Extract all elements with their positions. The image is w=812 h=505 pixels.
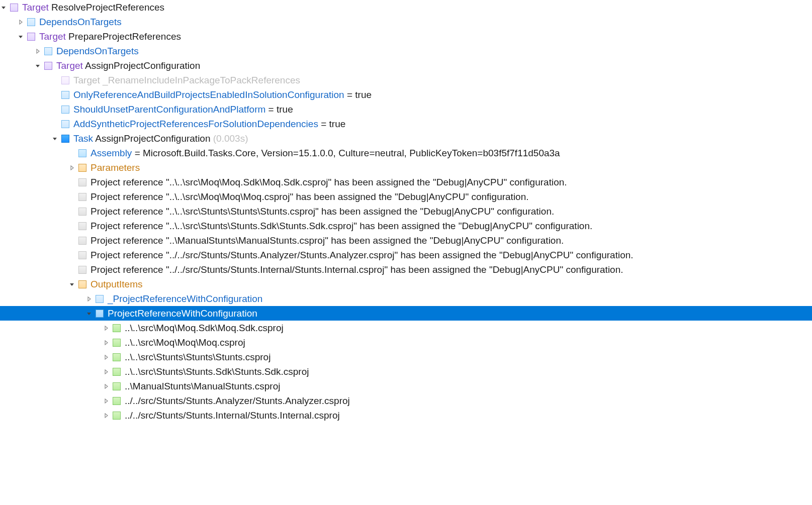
- tree-item-label: OnlyReferenceAndBuildProjectsEnabledInSo…: [73, 89, 372, 100]
- tree-item-label: Project reference "../../src/Stunts/Stun…: [91, 250, 634, 261]
- tree-item-label: ../../src/Stunts/Stunts.Internal/Stunts.…: [125, 410, 340, 421]
- tree-item-label: _ProjectReferenceWithConfiguration: [108, 293, 262, 305]
- expand-toggle[interactable]: [68, 164, 75, 171]
- message-icon: [78, 237, 86, 245]
- task-assembly[interactable]: Assembly = Microsoft.Build.Tasks.Core, V…: [0, 146, 812, 160]
- item-icon: [113, 324, 121, 332]
- tree-item-label: ..\ManualStunts\ManualStunts.csproj: [125, 381, 280, 392]
- item-group-icon: [96, 295, 104, 303]
- build-message[interactable]: Project reference "..\ManualStunts\Manua…: [0, 233, 812, 248]
- tree-item-label: Task AssignProjectConfiguration (0.003s): [73, 133, 248, 144]
- message-icon: [78, 222, 86, 230]
- target-prepare-project-references[interactable]: Target PrepareProjectReferences: [0, 29, 812, 44]
- expand-toggle[interactable]: [0, 4, 7, 11]
- task-assign-project-configuration[interactable]: Task AssignProjectConfiguration (0.003s): [0, 131, 812, 146]
- tree-item-label: Target PrepareProjectReferences: [39, 31, 181, 42]
- output-item[interactable]: ../../src/Stunts/Stunts.Internal/Stunts.…: [0, 408, 812, 423]
- target-icon: [10, 4, 18, 12]
- item-icon: [113, 353, 121, 361]
- target-icon: [27, 33, 35, 41]
- build-property[interactable]: OnlyReferenceAndBuildProjectsEnabledInSo…: [0, 87, 812, 102]
- tree-item-label: Project reference "..\..\src\Moq\Moq.Sdk…: [91, 177, 567, 188]
- build-message[interactable]: Project reference "..\..\src\Stunts\Stun…: [0, 219, 812, 233]
- output-item[interactable]: ../../src/Stunts/Stunts.Analyzer/Stunts.…: [0, 393, 812, 408]
- expand-toggle[interactable]: [103, 397, 110, 405]
- expand-toggle[interactable]: [34, 62, 41, 69]
- tree-item-label: ../../src/Stunts/Stunts.Analyzer/Stunts.…: [125, 395, 350, 407]
- tree-item-label: ShouldUnsetParentConfigurationAndPlatfor…: [73, 104, 293, 115]
- tree-item-label: Project reference "../../src/Stunts/Stun…: [91, 264, 623, 275]
- expand-toggle[interactable]: [17, 19, 24, 26]
- assembly-icon: [78, 149, 86, 157]
- expand-toggle[interactable]: [103, 325, 110, 332]
- build-message[interactable]: Project reference "../../src/Stunts/Stun…: [0, 262, 812, 277]
- depends-on-targets[interactable]: DependsOnTargets: [0, 44, 812, 58]
- item-icon: [113, 397, 121, 405]
- build-property[interactable]: AddSyntheticProjectReferencesForSolution…: [0, 117, 812, 131]
- expand-toggle[interactable]: [34, 48, 41, 55]
- output-item[interactable]: ..\..\src\Moq\Moq.Sdk\Moq.Sdk.csproj: [0, 321, 812, 335]
- message-icon: [78, 266, 86, 274]
- expand-toggle[interactable]: [85, 310, 93, 317]
- task-icon: [61, 135, 69, 143]
- output-item[interactable]: ..\..\src\Stunts\Stunts.Sdk\Stunts.Sdk.c…: [0, 364, 812, 379]
- task-parameters[interactable]: Parameters: [0, 160, 812, 175]
- output-item[interactable]: ..\ManualStunts\ManualStunts.csproj: [0, 379, 812, 393]
- message-icon: [78, 178, 86, 186]
- output-item-group-selected[interactable]: ProjectReferenceWithConfiguration: [0, 306, 812, 321]
- tree-item-label: Parameters: [91, 162, 140, 173]
- item-icon: [113, 382, 121, 390]
- output-item-group[interactable]: _ProjectReferenceWithConfiguration: [0, 291, 812, 306]
- expand-toggle[interactable]: [103, 368, 110, 375]
- expand-toggle[interactable]: [51, 135, 58, 142]
- property-icon: [61, 106, 69, 114]
- output-items-icon: [78, 280, 86, 288]
- parameters-icon: [78, 164, 86, 172]
- target-resolve-project-references[interactable]: Target ResolveProjectReferences: [0, 0, 812, 15]
- build-message[interactable]: Project reference "..\..\src\Stunts\Stun…: [0, 204, 812, 219]
- tree-item-label: ..\..\src\Stunts\Stunts\Stunts.csproj: [125, 352, 270, 363]
- tree-item-label: ..\..\src\Moq\Moq.Sdk\Moq.Sdk.csproj: [125, 323, 284, 334]
- message-icon: [78, 208, 86, 216]
- expand-toggle[interactable]: [103, 339, 110, 346]
- tree-item-label: Assembly = Microsoft.Build.Tasks.Core, V…: [91, 148, 560, 159]
- folder-icon: [27, 18, 35, 26]
- expand-toggle[interactable]: [68, 281, 75, 288]
- depends-on-targets[interactable]: DependsOnTargets: [0, 15, 812, 29]
- item-icon: [113, 339, 121, 347]
- tree-item-label: Project reference "..\..\src\Stunts\Stun…: [91, 206, 554, 217]
- output-item[interactable]: ..\..\src\Moq\Moq\Moq.csproj: [0, 335, 812, 350]
- target-disabled[interactable]: Target _RenameIncludeInPackageToPackRefe…: [0, 73, 812, 87]
- tree-item-label: DependsOnTargets: [39, 17, 122, 28]
- expand-toggle[interactable]: [85, 295, 93, 302]
- tree-item-label: DependsOnTargets: [56, 46, 139, 57]
- build-message[interactable]: Project reference "..\..\src\Moq\Moq\Moq…: [0, 189, 812, 204]
- output-item[interactable]: ..\..\src\Stunts\Stunts\Stunts.csproj: [0, 350, 812, 364]
- item-icon: [113, 368, 121, 376]
- property-icon: [61, 120, 69, 128]
- build-message[interactable]: Project reference "..\..\src\Moq\Moq.Sdk…: [0, 175, 812, 189]
- tree-item-label: Target ResolveProjectReferences: [22, 2, 164, 13]
- tree-item-label: OutputItems: [91, 279, 143, 290]
- expand-toggle[interactable]: [103, 383, 110, 390]
- expand-toggle[interactable]: [103, 354, 110, 361]
- tree-item-label: Project reference "..\..\src\Stunts\Stun…: [91, 221, 592, 232]
- message-icon: [78, 193, 86, 201]
- item-icon: [113, 412, 121, 420]
- target-icon: [44, 62, 52, 70]
- tree-item-label: Project reference "..\..\src\Moq\Moq\Moq…: [91, 191, 529, 203]
- tree-item-label: ..\..\src\Moq\Moq\Moq.csproj: [125, 337, 245, 348]
- target-disabled-icon: [61, 76, 69, 84]
- folder-icon: [44, 47, 52, 55]
- expand-toggle[interactable]: [17, 33, 24, 40]
- build-message[interactable]: Project reference "../../src/Stunts/Stun…: [0, 248, 812, 262]
- build-property[interactable]: ShouldUnsetParentConfigurationAndPlatfor…: [0, 102, 812, 117]
- property-icon: [61, 91, 69, 99]
- message-icon: [78, 251, 86, 259]
- tree-item-label: ProjectReferenceWithConfiguration: [108, 308, 257, 319]
- tree-item-label: Project reference "..\ManualStunts\Manua…: [91, 235, 564, 246]
- tree-item-label: Target AssignProjectConfiguration: [56, 60, 200, 71]
- output-items[interactable]: OutputItems: [0, 277, 812, 291]
- expand-toggle[interactable]: [103, 412, 110, 419]
- target-assign-project-configuration[interactable]: Target AssignProjectConfiguration: [0, 58, 812, 73]
